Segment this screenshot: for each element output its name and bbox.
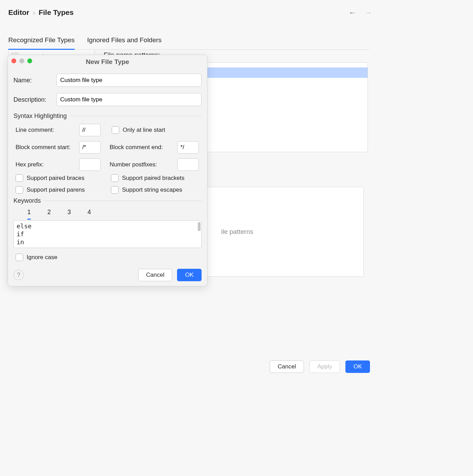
- block-comment-end-label: Block comment end:: [103, 144, 177, 151]
- support-paired-brackets-label: Support paired brackets: [122, 175, 185, 182]
- zoom-window-icon[interactable]: [27, 58, 32, 63]
- tab-recognized-file-types[interactable]: Recognized File Types: [8, 36, 75, 50]
- window-traffic-lights: [11, 58, 32, 63]
- support-paired-parens-checkbox[interactable]: [16, 186, 23, 194]
- page-footer-buttons: Cancel Apply OK: [270, 360, 370, 373]
- settings-page: Editor › File Types ← → Recognized File …: [0, 0, 378, 381]
- description-label: Description:: [13, 96, 52, 103]
- support-paired-brackets-checkbox[interactable]: [111, 174, 119, 182]
- nav-back-icon[interactable]: ←: [349, 8, 356, 17]
- syntax-highlighting-header: Syntax Highlighting: [13, 112, 202, 120]
- keywords-header: Keywords: [13, 197, 202, 204]
- page-apply-button: Apply: [309, 360, 340, 373]
- page-ok-button[interactable]: OK: [345, 360, 370, 373]
- associated-patterns-hint: ile patterns: [221, 228, 253, 236]
- main-tabs: Recognized File Types Ignored Files and …: [8, 36, 369, 50]
- tab-ignored-files-and-folders[interactable]: Ignored Files and Folders: [87, 36, 161, 50]
- keyword-tab-1[interactable]: 1: [27, 209, 31, 220]
- keywords-label: Keywords: [13, 197, 41, 204]
- scrollbar-thumb[interactable]: [198, 222, 201, 231]
- ignore-case-checkbox[interactable]: [16, 254, 23, 261]
- keywords-textarea[interactable]: else if in: [13, 220, 202, 248]
- dialog-titlebar: New File Type: [8, 55, 207, 69]
- breadcrumb: Editor › File Types: [8, 8, 369, 17]
- only-at-line-start-checkbox[interactable]: [112, 126, 119, 134]
- support-string-escapes-label: Support string escapes: [122, 186, 182, 193]
- support-paired-braces-checkbox[interactable]: [16, 174, 23, 182]
- keywords-content: else if in: [17, 222, 31, 246]
- description-input[interactable]: [56, 93, 202, 106]
- new-file-type-dialog: New File Type Name: Description: Syntax …: [8, 55, 207, 286]
- ignore-case-label: Ignore case: [27, 254, 57, 261]
- close-window-icon[interactable]: [11, 58, 16, 63]
- only-at-line-start-label: Only at line start: [123, 127, 165, 134]
- minimize-window-icon: [19, 58, 24, 63]
- keyword-tabs: 1 2 3 4: [13, 209, 202, 220]
- line-comment-label: Line comment:: [16, 127, 79, 134]
- keyword-tab-4[interactable]: 4: [87, 209, 91, 220]
- help-button[interactable]: ?: [13, 270, 24, 280]
- block-comment-end-input[interactable]: [177, 141, 199, 154]
- divider: [69, 116, 202, 116]
- page-cancel-button[interactable]: Cancel: [270, 360, 304, 373]
- divider: [44, 201, 202, 201]
- keyword-tab-2[interactable]: 2: [47, 209, 51, 220]
- name-input[interactable]: [56, 74, 202, 87]
- number-postfixes-input[interactable]: [177, 158, 199, 171]
- nav-forward-icon: →: [364, 8, 372, 17]
- keyword-tab-3[interactable]: 3: [67, 209, 71, 220]
- line-comment-input[interactable]: [79, 124, 101, 136]
- block-comment-start-label: Block comment start:: [16, 144, 79, 151]
- breadcrumb-parent[interactable]: Editor: [8, 8, 29, 17]
- syntax-highlighting-label: Syntax Highlighting: [13, 112, 67, 120]
- dialog-cancel-button[interactable]: Cancel: [138, 269, 173, 281]
- support-paired-parens-label: Support paired parens: [27, 186, 85, 193]
- name-label: Name:: [13, 77, 52, 84]
- number-postfixes-label: Number postfixes:: [103, 161, 177, 168]
- breadcrumb-current: File Types: [39, 8, 74, 17]
- dialog-title: New File Type: [8, 58, 207, 66]
- hex-prefix-label: Hex prefix:: [16, 161, 79, 168]
- hex-prefix-input[interactable]: [79, 158, 101, 171]
- block-comment-start-input[interactable]: [79, 141, 101, 154]
- support-string-escapes-checkbox[interactable]: [111, 186, 119, 194]
- nav-arrows: ← →: [349, 8, 372, 17]
- breadcrumb-separator: ›: [33, 8, 35, 17]
- support-paired-braces-label: Support paired braces: [27, 175, 84, 182]
- dialog-ok-button[interactable]: OK: [177, 269, 202, 281]
